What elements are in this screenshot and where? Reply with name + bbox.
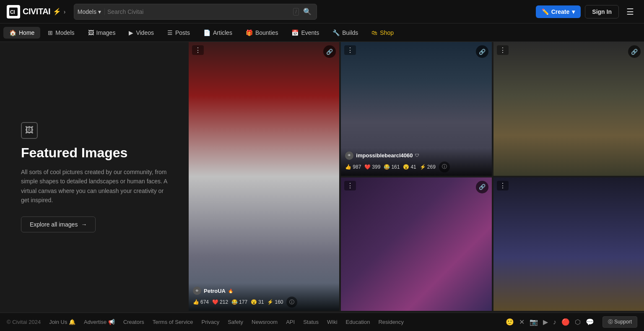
logo-lightning-icon: ⚡	[53, 8, 61, 16]
nav-models-label: Models	[55, 29, 74, 36]
user-badge-bird: 🔥	[228, 289, 233, 293]
nav-posts-label: Posts	[175, 29, 190, 36]
explore-all-button[interactable]: Explore all images →	[21, 216, 96, 232]
reddit-icon[interactable]: 🔴	[561, 318, 570, 326]
stat-wow-bird: 😮31	[251, 299, 264, 305]
nav-item-posts[interactable]: ☰ Posts	[161, 27, 196, 39]
footer-advertise[interactable]: Advertise 📢	[84, 319, 115, 325]
wow-value: 31	[258, 299, 264, 305]
image-more-button-raccoon[interactable]: ⋮	[344, 45, 356, 55]
image-menu-bird: ⋮	[192, 45, 204, 55]
image-cell-raccoon[interactable]: ⋮ 🔗 👁 impossiblebearcl4060 🛡 👍987 ❤️399 …	[341, 42, 491, 176]
nav-item-builds[interactable]: 🔧 Builds	[327, 27, 364, 39]
nav-item-events[interactable]: 📅 Events	[286, 27, 325, 39]
logo[interactable]: CI CIVITAI ⚡ ›	[7, 5, 65, 18]
discord-icon[interactable]: 💬	[586, 318, 594, 326]
laugh-value: 177	[239, 299, 247, 305]
image-info-button-raccoon[interactable]: ⓘ	[439, 162, 450, 172]
image-actions-fairy: 🔗	[476, 181, 488, 193]
create-pencil-icon: ✏️	[542, 8, 549, 15]
image-more-button-fairy[interactable]: ⋮	[344, 181, 356, 190]
nav-item-shop[interactable]: 🛍 Shop	[366, 27, 400, 39]
create-chevron-icon: ▾	[572, 8, 575, 15]
signin-button[interactable]: Sign In	[585, 5, 619, 18]
instagram-icon[interactable]: 📷	[530, 318, 538, 326]
emoji-icon[interactable]: 🙂	[506, 318, 514, 326]
support-button[interactable]: ⓪ Support	[602, 316, 637, 328]
image-cell-fairy[interactable]: ⋮ 🔗	[341, 177, 491, 311]
articles-icon: 📄	[203, 29, 210, 36]
posts-icon: ☰	[167, 29, 173, 36]
explore-label: Explore all images	[30, 221, 78, 228]
shop-icon: 🛍	[371, 29, 377, 36]
header: CI CIVITAI ⚡ › Models ▾ / 🔍 ✏️ Create ▾ …	[0, 0, 644, 23]
image-link-button-cowboy[interactable]: 🔗	[628, 45, 641, 58]
user-avatar-raccoon: 👁	[345, 151, 353, 160]
stat-heart-bird: ❤️212	[212, 299, 228, 305]
image-menu-fairy: ⋮	[344, 181, 356, 190]
search-type-label: Models	[78, 8, 96, 15]
svg-text:CI: CI	[10, 9, 15, 15]
create-button[interactable]: ✏️ Create ▾	[536, 5, 581, 18]
create-label: Create	[551, 8, 570, 15]
search-type-selector[interactable]: Models ▾	[78, 8, 105, 15]
stat-thumbs-raccoon: 👍987	[345, 164, 361, 170]
footer-privacy[interactable]: Privacy	[202, 319, 220, 325]
nav-item-models[interactable]: ⊞ Models	[42, 27, 80, 39]
image-more-button-cowboy[interactable]: ⋮	[497, 45, 509, 55]
footer-creators[interactable]: Creators	[123, 319, 144, 325]
hamburger-menu-button[interactable]: ☰	[623, 5, 637, 18]
footer-tos[interactable]: Terms of Service	[153, 319, 193, 325]
nav-item-articles[interactable]: 📄 Articles	[197, 27, 238, 39]
nav-shop-label: Shop	[380, 29, 394, 36]
events-icon: 📅	[291, 29, 299, 36]
image-more-button-bird[interactable]: ⋮	[192, 45, 204, 55]
copyright: © Civitai 2024	[7, 319, 41, 325]
search-input[interactable]	[107, 8, 291, 15]
footer: © Civitai 2024 Join Us 🔔 Advertise 📢 Cre…	[0, 313, 644, 331]
image-menu-city: ⋮	[497, 181, 509, 190]
footer-newsroom[interactable]: Newsroom	[252, 319, 278, 325]
nav-item-images[interactable]: 🖼 Images	[82, 27, 122, 39]
bounties-icon: 🎁	[246, 29, 253, 36]
image-link-button-fairy[interactable]: 🔗	[476, 181, 488, 193]
footer-join-us[interactable]: Join Us 🔔	[49, 319, 75, 325]
footer-safety[interactable]: Safety	[228, 319, 243, 325]
image-info-button-bird[interactable]: ⓘ	[286, 297, 297, 308]
image-more-button-city[interactable]: ⋮	[497, 181, 509, 190]
tiktok-icon[interactable]: ♪	[553, 318, 556, 326]
image-cell-bird[interactable]: ⋮ 🔗 👁 PetroUA 🔥 👍674 ❤️212 😂177 😮31 ⚡160	[189, 42, 339, 311]
image-stats-bird: 👍674 ❤️212 😂177 😮31 ⚡160 ⓘ	[193, 297, 335, 308]
bolt-val-r: 269	[427, 164, 436, 170]
footer-education[interactable]: Education	[346, 319, 370, 325]
builds-icon: 🔧	[332, 29, 340, 36]
image-actions-raccoon: 🔗	[476, 45, 488, 58]
image-cell-cowboy[interactable]: ⋮ 🔗	[493, 42, 644, 176]
main-content: 🖼 Featured Images All sorts of cool pict…	[0, 42, 644, 313]
image-link-button-bird[interactable]: 🔗	[323, 45, 336, 58]
footer-api[interactable]: API	[286, 319, 295, 325]
image-link-button-raccoon[interactable]: 🔗	[476, 45, 488, 58]
nav-item-bounties[interactable]: 🎁 Bounties	[240, 27, 284, 39]
nav-item-videos[interactable]: ▶ Videos	[123, 27, 160, 39]
image-actions-bird: 🔗	[323, 45, 336, 58]
stat-heart-raccoon: ❤️399	[364, 164, 380, 170]
github-icon[interactable]: ⬡	[575, 318, 581, 326]
image-overlay-bird: 👁 PetroUA 🔥 👍674 ❤️212 😂177 😮31 ⚡160 ⓘ	[189, 283, 339, 311]
nav-item-home[interactable]: 🏠 Home	[3, 27, 40, 39]
main-nav: 🏠 Home ⊞ Models 🖼 Images ▶ Videos ☰ Post…	[0, 23, 644, 42]
footer-residency[interactable]: Residency	[378, 319, 404, 325]
footer-wiki[interactable]: Wiki	[327, 319, 338, 325]
wow-val-r: 41	[410, 164, 416, 170]
image-cell-city[interactable]: ⋮	[493, 177, 644, 311]
search-button[interactable]: 🔍	[301, 6, 313, 17]
twitter-x-icon[interactable]: ✕	[519, 318, 525, 326]
nav-builds-label: Builds	[342, 29, 358, 36]
image-user-bird: 👁 PetroUA 🔥	[193, 287, 335, 295]
youtube-icon[interactable]: ▶	[543, 318, 548, 326]
image-stats-raccoon: 👍987 ❤️399 😂161 😮41 ⚡269 ⓘ	[345, 162, 487, 172]
nav-events-label: Events	[301, 29, 319, 36]
footer-status[interactable]: Status	[303, 319, 319, 325]
search-bar: Models ▾ / 🔍	[74, 4, 317, 20]
heart-icon-r: ❤️	[364, 164, 371, 170]
